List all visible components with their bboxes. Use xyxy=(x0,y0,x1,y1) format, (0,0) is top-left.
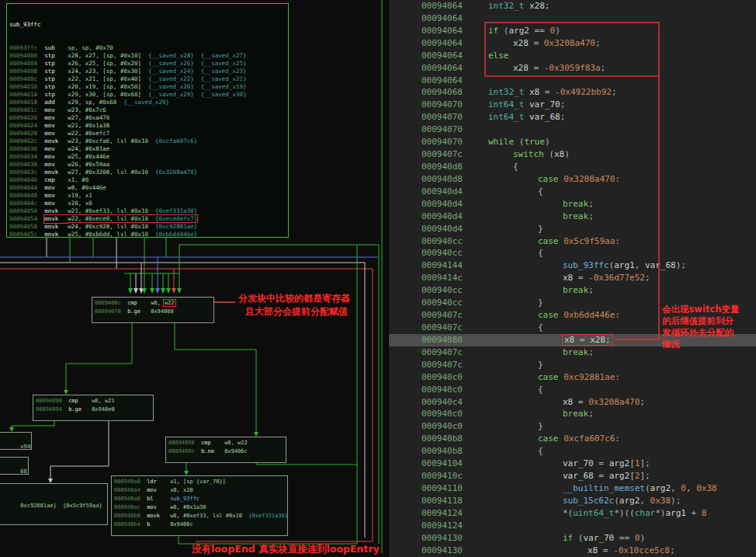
asm-line[interactable]: 00094048 movx19, x1 xyxy=(9,192,286,200)
line-address[interactable]: 00094058 xyxy=(9,223,37,230)
line-address[interactable]: 0009403c xyxy=(9,169,37,176)
graph-node-partial-1[interactable]: x9406c xyxy=(0,432,32,450)
line-address[interactable]: 000940cc xyxy=(421,235,466,248)
line-address[interactable]: 00094110 xyxy=(421,482,466,495)
decompiler-line[interactable]: 000940cc{ xyxy=(389,247,756,259)
asm-line[interactable]: 00094024 movw21, #0x1a38 xyxy=(9,122,286,130)
line-address[interactable]: 00094080 xyxy=(421,334,466,346)
line-address[interactable]: 00094054 xyxy=(9,215,37,222)
line-address[interactable]: 00094038 xyxy=(9,161,37,168)
graph-node-cmp3[interactable]: 00094098 cmpw8, w220009409c b.ne0x9406c xyxy=(165,437,286,463)
decompiler-line[interactable]: 00094070 xyxy=(389,124,756,136)
decompiler-line[interactable]: 000940c0case 0xc92881ae: xyxy=(389,371,756,384)
line-address[interactable]: 0009405c xyxy=(9,231,37,238)
decompiler-line[interactable]: 000940cccase 0x5c9f59aa: xyxy=(389,235,756,248)
line-address[interactable]: 00094020 xyxy=(9,114,37,121)
line-address[interactable]: 00094118 xyxy=(421,495,466,507)
line-address[interactable]: 00094008 xyxy=(9,68,37,75)
decompiler-line[interactable]: 00094070int64_t var_68; xyxy=(389,111,756,124)
line-address[interactable]: 00093ffc xyxy=(9,44,37,51)
line-address[interactable]: 0009406c xyxy=(95,300,121,306)
line-address[interactable]: 00094090 xyxy=(36,398,62,404)
decompiler-line[interactable]: 000940d8{ xyxy=(389,161,756,173)
line-address[interactable]: 0009407c xyxy=(421,359,466,371)
asm-line[interactable]: 00094044 movw8, #0x446e xyxy=(9,184,286,192)
line-address[interactable]: 0009402c xyxy=(9,138,37,144)
line-address[interactable]: 00094070 xyxy=(421,111,466,124)
line-address[interactable]: 00094050 xyxy=(9,207,37,214)
line-address[interactable]: 000940c4 xyxy=(421,396,466,409)
line-address[interactable]: 000940a0 xyxy=(114,479,140,485)
line-address[interactable]: 00094064 xyxy=(421,62,466,75)
asm-line[interactable]: 0009403c movkw27, #0x3208, lsl #0x10 {0x… xyxy=(9,169,286,176)
line-address[interactable]: 00094068 xyxy=(421,86,466,99)
line-address[interactable]: 0009414c xyxy=(421,272,466,284)
line-address[interactable]: 00094018 xyxy=(9,99,37,106)
decompiler-line[interactable]: 00094064else xyxy=(389,50,756,62)
line-address[interactable]: 00094064 xyxy=(421,25,466,37)
line-address[interactable]: 0009409c xyxy=(168,448,195,454)
graph-node-dispatch[interactable]: 0009406c cmpw8, w2200094070 b.ge0x94088 xyxy=(92,297,214,323)
function-label[interactable]: sub_93ffc xyxy=(9,21,286,29)
line-address[interactable]: 000940d4 xyxy=(421,211,466,223)
decompiler-line[interactable]: 00094118sub_15c62c(arg2, 0x38); xyxy=(389,495,756,507)
decompiler-line[interactable]: 00094144sub_93ffc(arg1, var_68); xyxy=(389,259,756,272)
asm-line[interactable]: 0009405c movkw25, #0xb6dd, lsl #0x10 {0x… xyxy=(9,231,286,238)
decompiler-line[interactable]: 000940c0{ xyxy=(389,384,756,396)
line-address[interactable]: 000940cc xyxy=(421,247,466,259)
asm-line[interactable]: 0009406c cmpw8, w22 xyxy=(95,299,211,308)
graph-node-call[interactable]: 000940a0 ldrx1, [sp {var_70}]000940a4 mo… xyxy=(111,475,288,536)
asm-line[interactable]: 0009409c b.ne0x9406c xyxy=(168,447,283,456)
asm-line[interactable]: 00094010 stpx20, x19, [sp, #0x50] {__sav… xyxy=(9,83,286,91)
call-target[interactable]: sub_93ffc xyxy=(170,496,199,502)
line-address[interactable]: 0009400c xyxy=(9,75,37,82)
line-address[interactable]: 00094070 xyxy=(421,136,466,148)
line-address[interactable]: 000940d8 xyxy=(421,173,466,186)
line-address[interactable]: 00094070 xyxy=(95,308,121,315)
asm-line[interactable]: 000940b0 movkw8, #0xef33, lsl #0x10 {0xe… xyxy=(114,512,285,520)
line-address[interactable]: 00094064 xyxy=(421,37,466,50)
decompiler-line[interactable]: 000940c0} xyxy=(389,420,756,433)
asm-line[interactable]: 0009401c movw23, #0x7c6 xyxy=(9,106,286,114)
line-address[interactable]: 00094094 xyxy=(36,406,62,413)
decompiler-line[interactable]: 000940b8case 0xcfa607c6: xyxy=(389,433,756,445)
line-address[interactable]: 00094010 xyxy=(9,83,37,90)
line-address[interactable]: 00094064 xyxy=(421,0,466,12)
asm-line[interactable]: 000940a8 blsub_93ffc xyxy=(114,495,285,503)
asm-line[interactable]: 00094098 cmpw8, w22 xyxy=(168,439,283,447)
decompiler-line[interactable]: 0009410cvar_68 = arg2[2]; xyxy=(389,470,756,482)
line-address[interactable]: 000940b4 xyxy=(114,521,140,527)
line-address[interactable]: 00094070 xyxy=(421,124,466,136)
asm-line[interactable]: 00094058 movkw24, #0xc928, lsl #0x10 {0x… xyxy=(9,223,286,231)
line-address[interactable]: 0009407c xyxy=(421,346,466,359)
line-address[interactable]: 00094130 xyxy=(421,545,466,557)
asm-line[interactable]: 00094018 addx29, sp, #0x60 {__saved_x29} xyxy=(9,99,286,106)
graph-node-partial-3[interactable]: 0xc92881ae} {0x5c9f59aa} xyxy=(0,483,108,525)
line-address[interactable]: 00094064 xyxy=(421,12,466,25)
line-address[interactable]: 00094004 xyxy=(9,60,37,67)
decompiler-line[interactable]: 000940ccbreak; xyxy=(389,284,756,297)
line-address[interactable]: 0009407c xyxy=(421,309,466,322)
asm-line[interactable]: 00094090 cmpw8, w21 xyxy=(36,397,151,406)
line-address[interactable]: 00094000 xyxy=(9,52,37,59)
line-address[interactable]: 00094024 xyxy=(9,122,37,129)
decompiler-line[interactable]: 00094124*(uint64_t*)((char*)arg1 + 8 xyxy=(389,507,756,520)
decompiler-line[interactable]: 00094070int64_t var_70; xyxy=(389,99,756,111)
line-address[interactable]: 00094124 xyxy=(421,520,466,532)
line-address[interactable]: 00094030 xyxy=(9,145,37,152)
asm-line[interactable]: 00094000 stpx28, x27, [sp, #0x10] {__sav… xyxy=(9,52,286,60)
asm-line[interactable]: 00093ffc subsp, sp, #0x70 xyxy=(9,44,286,52)
decompiler-line[interactable]: 00094070while (true) xyxy=(389,136,756,148)
asm-line[interactable]: 00094030 movw24, #0x81ae xyxy=(9,145,286,153)
asm-line[interactable]: 000940ac movw8, #0x1a38 xyxy=(114,503,285,512)
decompiler-line[interactable]: 00094064x28 = 0x3208a470; xyxy=(389,37,756,50)
decompiler-line[interactable]: 00094064int32_t x28; xyxy=(389,0,756,12)
line-address[interactable]: 00094070 xyxy=(421,99,466,111)
line-address[interactable]: 00094028 xyxy=(9,130,37,137)
asm-line[interactable]: 00094014 stpx29, x30, [sp, #0x60] {__sav… xyxy=(9,91,286,99)
line-address[interactable]: 00094124 xyxy=(421,507,466,520)
graph-node-partial-2[interactable]: 68}] xyxy=(0,457,29,475)
line-address[interactable]: 000940b8 xyxy=(421,433,466,445)
line-address[interactable]: 00094130 xyxy=(421,532,466,545)
line-address[interactable]: 00094104 xyxy=(421,458,466,470)
